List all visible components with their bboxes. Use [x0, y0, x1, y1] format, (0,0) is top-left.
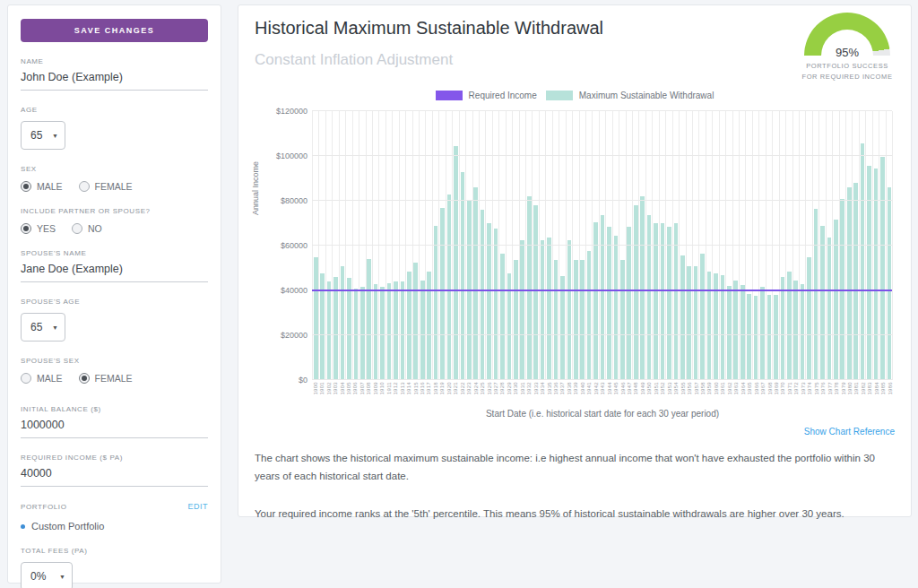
- bar: [801, 284, 805, 381]
- portfolio-edit-link[interactable]: EDIT: [187, 502, 208, 511]
- age-field-group: AGE 65 ▼: [21, 106, 208, 150]
- radio-checked-icon: [21, 223, 31, 234]
- bar: [434, 226, 438, 381]
- bar-slot: [832, 111, 838, 380]
- gridline: [312, 155, 892, 156]
- bar-slot: [332, 111, 338, 380]
- y-tick-label: $100000: [257, 151, 307, 160]
- bar: [867, 166, 871, 380]
- sex-female-option[interactable]: FEMALE: [79, 181, 133, 192]
- partner-yes-option[interactable]: YES: [21, 223, 56, 234]
- spouse-name-input[interactable]: Jane Doe (Example): [21, 257, 208, 282]
- bar: [740, 285, 745, 380]
- x-tick-label: 1904: [339, 382, 345, 399]
- legend-required-income: Required Income: [436, 91, 537, 100]
- bar-slot: [752, 111, 758, 380]
- x-tick-label: 1935: [546, 382, 552, 399]
- legend-label-max-withdrawal: Maximum Sustainable Withdrawal: [579, 91, 714, 100]
- name-input[interactable]: John Doe (Example): [21, 65, 208, 91]
- x-tick-label: 1941: [586, 382, 593, 399]
- bar: [793, 281, 798, 380]
- spouse-age-select[interactable]: 65 ▼: [21, 313, 65, 342]
- bar-slot: [366, 111, 372, 380]
- bar-slot: [412, 111, 419, 380]
- bar: [727, 286, 732, 380]
- spouse-sex-female-option[interactable]: FEMALE: [79, 373, 133, 384]
- show-chart-reference-link[interactable]: Show Chart Reference: [255, 427, 895, 437]
- spouse-sex-field-group: SPOUSE'S SEX MALE FEMALE: [21, 357, 208, 384]
- y-tick-label: $40000: [257, 286, 307, 295]
- bar-slot: [566, 111, 572, 380]
- radio-checked-icon: [21, 181, 31, 192]
- bar-slot: [839, 111, 845, 380]
- x-tick-label: 1945: [612, 382, 619, 399]
- x-tick-label: 1976: [819, 382, 826, 399]
- required-income-input[interactable]: 40000: [21, 462, 208, 487]
- partner-no-label: NO: [88, 223, 102, 234]
- initial-balance-field-group: INITIAL BALANCE ($) 1000000: [21, 405, 208, 438]
- bar: [781, 277, 785, 380]
- total-fees-label: TOTAL FEES (PA): [21, 547, 208, 555]
- portfolio-item[interactable]: Custom Portfolio: [21, 521, 208, 532]
- gauge-caption: PORTFOLIO SUCCESS FOR REQUIRED INCOME: [798, 61, 896, 82]
- bar-slot: [452, 111, 458, 380]
- bar-slot: [605, 111, 611, 380]
- x-tick-label: 1901: [318, 382, 325, 399]
- bar: [820, 226, 825, 381]
- x-tick-label: 1968: [766, 382, 773, 399]
- bar: [413, 263, 418, 380]
- bar: [494, 229, 498, 380]
- partner-field-group: INCLUDE PARTNER OR SPOUSE? YES NO: [21, 207, 208, 234]
- x-tick-label: 1911: [385, 382, 392, 399]
- bar-slot: [405, 111, 411, 380]
- bar-slot: [318, 111, 325, 380]
- initial-balance-input[interactable]: 1000000: [21, 413, 208, 438]
- x-tick-label: 1967: [759, 382, 766, 399]
- x-tick-label: 1921: [453, 382, 459, 399]
- bar-slot: [698, 111, 705, 380]
- legend-swatch-max-withdrawal: [546, 91, 573, 100]
- spouse-sex-male-option[interactable]: MALE: [21, 373, 63, 384]
- x-tick-label: 1955: [680, 382, 686, 399]
- bar: [847, 187, 852, 380]
- spouse-age-field-group: SPOUSE'S AGE 65 ▼: [21, 298, 208, 342]
- bar-slot: [745, 111, 751, 380]
- sex-female-label: FEMALE: [95, 181, 133, 192]
- partner-label: INCLUDE PARTNER OR SPOUSE?: [21, 207, 208, 215]
- x-tick-label: 1980: [846, 382, 853, 399]
- x-tick-label: 1942: [593, 382, 599, 399]
- gridline: [312, 200, 892, 201]
- bar: [640, 196, 645, 380]
- x-tick-label: 1927: [492, 382, 498, 399]
- x-tick-label: 1977: [827, 382, 833, 399]
- bar: [861, 143, 865, 380]
- bar: [888, 187, 892, 380]
- bar: [827, 238, 832, 380]
- bar-slot: [525, 111, 532, 380]
- x-tick-label: 1978: [833, 382, 839, 399]
- age-select[interactable]: 65 ▼: [21, 121, 65, 150]
- y-tick-label: $0: [257, 376, 307, 385]
- x-tick-label: 1916: [419, 382, 425, 399]
- x-axis-title: Start Date (i.e. historical start date f…: [312, 409, 893, 419]
- bar: [580, 260, 585, 380]
- bar-slot: [438, 111, 445, 380]
- save-changes-button-top[interactable]: SAVE CHANGES: [21, 19, 208, 42]
- bar-slot: [712, 111, 718, 380]
- bar: [461, 172, 465, 381]
- chart-legend: Required Income Maximum Sustainable With…: [255, 91, 895, 100]
- bar-slot: [419, 111, 425, 380]
- sex-male-option[interactable]: MALE: [21, 181, 63, 192]
- bar-slot: [572, 111, 578, 380]
- bar: [634, 205, 638, 380]
- total-fees-select[interactable]: 0% ▼: [21, 562, 73, 588]
- total-fees-select-value: 0%: [30, 570, 46, 583]
- bar: [807, 257, 811, 381]
- bar-slot: [352, 111, 359, 380]
- sex-male-label: MALE: [37, 181, 63, 192]
- x-tick-label: 1959: [706, 382, 713, 399]
- bar: [487, 223, 491, 380]
- partner-no-option[interactable]: NO: [72, 223, 102, 234]
- x-tick-label: 1900: [312, 382, 318, 399]
- bar-slot: [758, 111, 765, 380]
